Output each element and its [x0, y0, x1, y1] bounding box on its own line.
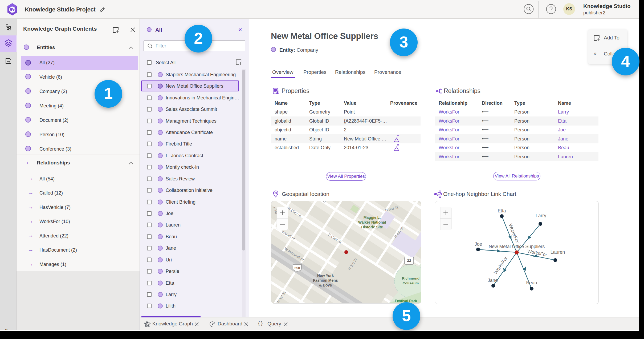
svg-text:& Boys: & Boys [319, 283, 332, 287]
svg-text:Fashion Mens: Fashion Mens [313, 278, 338, 282]
svg-text:250: 250 [294, 266, 300, 270]
svg-text:33: 33 [407, 259, 411, 263]
svg-text:Maggie L.: Maggie L. [364, 215, 381, 220]
svg-text:Joe: Joe [475, 241, 482, 247]
svg-text:Lauren: Lauren [551, 249, 565, 255]
svg-text:New York: New York [317, 273, 334, 278]
svg-text:Richmond: Richmond [402, 276, 419, 280]
svg-text:Etta: Etta [498, 208, 506, 213]
svg-text:Coliseum: Coliseum [403, 281, 419, 285]
svg-text:WorksFor: WorksFor [493, 256, 509, 275]
svg-text:WorksFor: WorksFor [527, 248, 548, 257]
svg-text:Larry: Larry [536, 213, 546, 218]
svg-text:Jane: Jane [488, 278, 498, 283]
svg-text:WorksFor: WorksFor [508, 223, 520, 244]
svg-text:Beau: Beau [526, 280, 537, 285]
svg-text:Walker National: Walker National [358, 220, 386, 224]
svg-text:New Metal Office Suppliers: New Metal Office Suppliers [489, 244, 545, 249]
svg-text:Historic Site: Historic Site [361, 225, 383, 229]
